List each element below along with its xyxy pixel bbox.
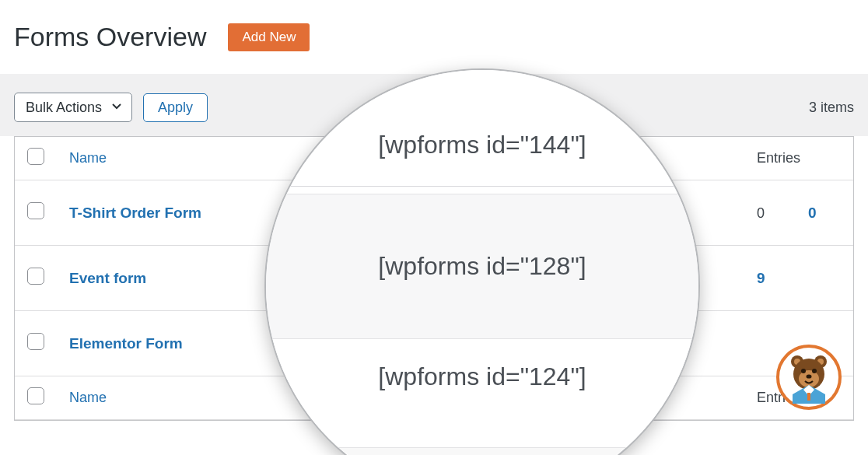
entries-link[interactable]: 9 [757,270,765,286]
magnified-divider [266,187,698,194]
bulk-actions-select[interactable]: Bulk Actions [14,93,132,122]
svg-point-7 [801,369,806,373]
select-all-checkbox-footer[interactable] [27,387,44,404]
form-name-link[interactable]: T-Shirt Order Form [69,205,201,221]
apply-button[interactable]: Apply [143,93,208,122]
column-header-name-label: Name [69,150,107,166]
page-header: Forms Overview Add New [0,0,868,74]
svg-point-6 [799,370,819,387]
svg-rect-10 [807,393,810,401]
magnified-shortcode: [wpforms id="124"] [266,339,698,448]
row-checkbox[interactable] [27,333,44,350]
toolbar-left: Bulk Actions Apply [14,93,208,122]
bear-mascot-icon [782,349,836,406]
select-all-header [15,137,57,180]
items-count: 3 items [809,100,854,116]
magnified-shortcode: [wpforms id="128"] [266,194,698,339]
row-checkbox[interactable] [27,202,44,219]
form-name-link[interactable]: Elementor Form [69,335,183,352]
add-new-button[interactable]: Add New [228,23,310,51]
help-avatar-button[interactable] [776,345,842,410]
select-all-footer [15,376,57,420]
column-header-entries-label: Entries [757,150,800,166]
page-title: Forms Overview [14,22,206,52]
entries-link[interactable]: 0 [808,205,817,221]
partial-entry-digit: 0 [757,205,765,221]
column-header-entries: Entries [744,137,853,180]
select-all-checkbox[interactable] [27,148,44,165]
form-name-link[interactable]: Event form [69,270,146,286]
row-checkbox[interactable] [27,268,44,285]
bulk-actions-wrap: Bulk Actions [14,93,132,122]
svg-point-9 [807,374,812,378]
svg-point-8 [812,369,817,373]
column-footer-name-label: Name [69,390,107,405]
